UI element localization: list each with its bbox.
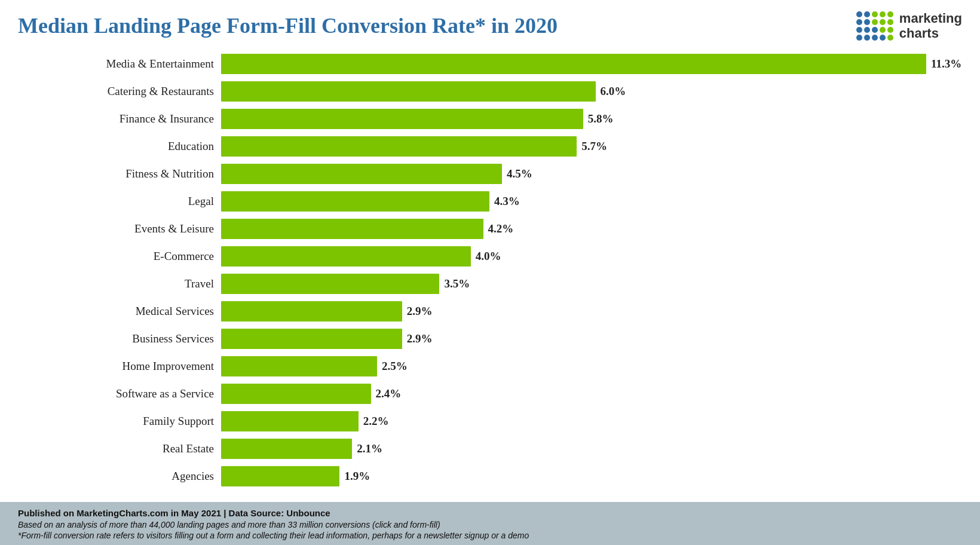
bar-value-label: 11.3%	[931, 57, 961, 71]
bar-row: Events & Leisure4.2%	[18, 215, 962, 243]
logo-dot	[880, 27, 886, 33]
bar-value-label: 6.0%	[601, 85, 626, 98]
bar-label: Fitness & Nutrition	[18, 167, 221, 180]
bar-row: Catering & Restaurants6.0%	[18, 78, 962, 105]
bar-label: Family Support	[18, 415, 221, 428]
bar-value-label: 2.9%	[407, 332, 433, 345]
bar-value-label: 2.1%	[357, 442, 382, 455]
footer-italic-1: Based on an analysis of more than 44,000…	[18, 520, 962, 529]
bar-container: 4.0%	[221, 246, 962, 267]
bar-container: 4.3%	[221, 191, 962, 212]
bar-fill	[221, 164, 502, 184]
bar-container: 2.9%	[221, 329, 962, 349]
bar-row: Travel3.5%	[18, 270, 962, 298]
header: Median Landing Page Form-Fill Conversion…	[0, 0, 980, 47]
bar-label: Media & Entertainment	[18, 57, 221, 71]
bar-value-label: 4.5%	[507, 167, 532, 180]
bar-value-label: 5.8%	[588, 112, 614, 125]
bar-row: Real Estate2.1%	[18, 435, 962, 463]
bar-container: 1.9%	[221, 466, 962, 486]
logo-dot	[887, 19, 893, 25]
logo-dot	[856, 19, 862, 25]
bar-value-label: 4.2%	[488, 222, 514, 235]
bar-row: Education5.7%	[18, 133, 962, 160]
logo-dot	[887, 27, 893, 33]
bar-fill	[221, 439, 352, 459]
bar-label: Agencies	[18, 470, 221, 483]
logo-dot	[872, 27, 878, 33]
bar-value-label: 2.5%	[382, 360, 408, 373]
bar-row: E-Commerce4.0%	[18, 243, 962, 270]
chart-title: Median Landing Page Form-Fill Conversion…	[18, 13, 558, 38]
bar-fill	[221, 329, 402, 349]
chart-area: Media & Entertainment11.3%Catering & Res…	[0, 47, 980, 502]
bar-container: 3.5%	[221, 274, 962, 294]
logo-area: marketing charts	[856, 11, 962, 41]
logo-dot	[864, 19, 870, 25]
logo-dot	[880, 35, 886, 41]
bar-container: 6.0%	[221, 81, 962, 102]
logo-dots	[856, 11, 893, 41]
bar-row: Medical Services2.9%	[18, 298, 962, 325]
bar-fill	[221, 411, 359, 431]
bar-label: Legal	[18, 195, 221, 208]
logo-dot	[872, 11, 878, 17]
bar-container: 2.4%	[221, 384, 962, 404]
bar-fill	[221, 466, 339, 486]
bar-row: Home Improvement2.5%	[18, 353, 962, 380]
bar-fill	[221, 356, 377, 376]
bar-container: 4.2%	[221, 219, 962, 239]
bar-fill	[221, 301, 402, 322]
footer-italic-2: *Form-fill conversion rate refers to vis…	[18, 531, 962, 540]
bar-container: 2.9%	[221, 301, 962, 322]
bar-container: 5.8%	[221, 109, 962, 129]
bar-value-label: 4.0%	[476, 250, 501, 263]
bar-label: Education	[18, 140, 221, 153]
bar-fill	[221, 384, 371, 404]
bar-label: E-Commerce	[18, 250, 221, 263]
bar-value-label: 2.9%	[407, 305, 433, 318]
bar-label: Software as a Service	[18, 387, 221, 400]
bar-fill	[221, 54, 926, 74]
bar-fill	[221, 274, 439, 294]
bar-value-label: 2.2%	[363, 415, 389, 428]
bar-label: Events & Leisure	[18, 222, 221, 235]
bar-row: Software as a Service2.4%	[18, 380, 962, 408]
bar-value-label: 4.3%	[494, 195, 520, 208]
logo-dot	[856, 27, 862, 33]
footer-bold: Published on MarketingCharts.com in May …	[18, 508, 962, 518]
footer: Published on MarketingCharts.com in May …	[0, 502, 980, 545]
logo-dot	[864, 11, 870, 17]
logo-dot	[872, 19, 878, 25]
bar-value-label: 1.9%	[344, 470, 370, 483]
bar-label: Medical Services	[18, 305, 221, 318]
bar-row: Finance & Insurance5.8%	[18, 105, 962, 133]
bar-label: Real Estate	[18, 442, 221, 455]
logo-dot	[864, 35, 870, 41]
bar-row: Family Support2.2%	[18, 408, 962, 435]
bar-label: Finance & Insurance	[18, 112, 221, 125]
bar-container: 2.2%	[221, 411, 962, 431]
logo-dot	[872, 35, 878, 41]
bar-fill	[221, 246, 471, 267]
bar-container: 2.1%	[221, 439, 962, 459]
bar-fill	[221, 219, 483, 239]
bar-container: 2.5%	[221, 356, 962, 376]
bar-fill	[221, 109, 583, 129]
bar-label: Catering & Restaurants	[18, 85, 221, 98]
bar-label: Travel	[18, 277, 221, 290]
logo-dot	[887, 35, 893, 41]
bar-label: Home Improvement	[18, 360, 221, 373]
bar-container: 4.5%	[221, 164, 962, 184]
bar-container: 5.7%	[221, 136, 962, 157]
bar-fill	[221, 81, 596, 102]
logo-dot	[887, 11, 893, 17]
bar-fill	[221, 191, 489, 212]
bar-label: Business Services	[18, 332, 221, 345]
logo-dot	[856, 11, 862, 17]
logo-dot	[856, 35, 862, 41]
logo-text: marketing charts	[899, 11, 962, 41]
bar-container: 11.3%	[221, 54, 962, 74]
bar-value-label: 3.5%	[444, 277, 470, 290]
logo-dot	[880, 19, 886, 25]
